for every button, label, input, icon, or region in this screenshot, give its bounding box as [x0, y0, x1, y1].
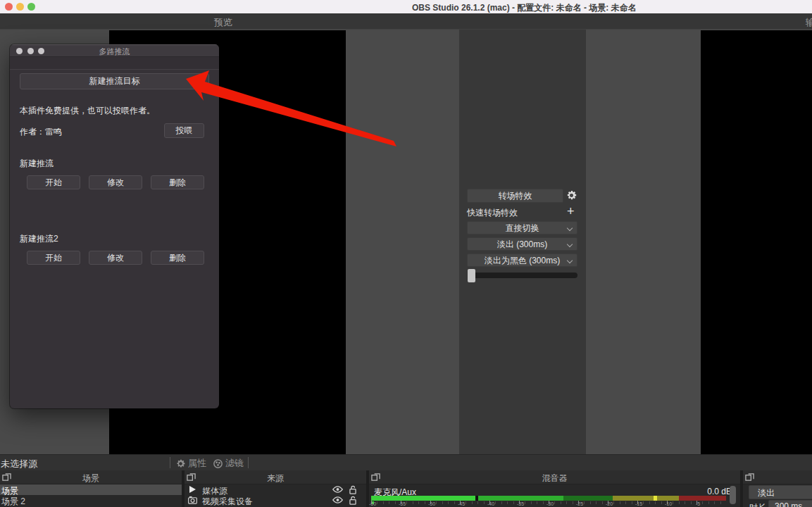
sources-panel-title: 来源: [185, 472, 366, 484]
meter-tick-label: -35: [517, 501, 524, 506]
dialog-title: 多路推流: [10, 46, 219, 57]
properties-label: 属性: [188, 457, 206, 470]
stream-1-edit-button[interactable]: 修改: [89, 175, 142, 189]
transitions-button[interactable]: 转场特效: [467, 189, 563, 203]
quick-transition-fade-label: 淡出 (300ms): [497, 239, 547, 249]
video-capture-icon: [188, 496, 197, 504]
filters-button[interactable]: 滤镜: [213, 457, 244, 470]
meter-tick-label: -50: [428, 501, 435, 506]
stream-2-delete-button[interactable]: 删除: [151, 251, 204, 265]
visibility-eye-icon[interactable]: [332, 496, 343, 504]
source-list-item[interactable]: 视频采集设备: [185, 495, 366, 506]
meter-tick-label: -45: [458, 501, 465, 506]
properties-button[interactable]: 属性: [175, 457, 206, 470]
stream-2-start-button[interactable]: 开始: [27, 251, 80, 265]
quick-transition-fade[interactable]: 淡出 (300ms): [467, 237, 577, 251]
preview-header-strip: 预览 输出: [0, 13, 812, 30]
filters-icon: [213, 458, 223, 469]
meter-tick-label: -40: [487, 501, 494, 506]
scene-transitions-panel: 淡出 时长 300 ms: [743, 470, 812, 507]
program-canvas[interactable]: [701, 30, 812, 454]
scene-list-item[interactable]: 场景 2: [0, 495, 182, 506]
scenes-panel-title: 场景: [0, 472, 182, 484]
quick-transition-cut[interactable]: 直接切换: [467, 221, 577, 234]
transition-select[interactable]: 淡出: [749, 485, 812, 499]
multistream-dialog: 多路推流 新建推流目标 本插件免费提供，也可以投喂作者。 作者：雷鸣 投喂 新建…: [10, 44, 219, 408]
gear-icon: [175, 458, 186, 469]
no-source-selected-label: 未选择源: [1, 458, 37, 470]
transition-select-value: 淡出: [758, 487, 775, 499]
meter-segment-red: [679, 496, 726, 501]
mixer-panel-title: 混音器: [369, 472, 740, 484]
window-title: OBS Studio 26.1.2 (mac) - 配置文件: 未命名 - 场景…: [412, 2, 637, 14]
stream-1-name: 新建推流: [20, 158, 54, 170]
obs-main-window: OBS Studio 26.1.2 (mac) - 配置文件: 未命名 - 场景…: [0, 0, 812, 507]
stream-2-name: 新建推流2: [20, 233, 58, 245]
meter-tick-label: -5: [696, 501, 700, 506]
meter-tick-label: -10: [665, 501, 672, 506]
quick-transition-cut-label: 直接切换: [506, 223, 539, 233]
plugin-note: 本插件免费提供，也可以投喂作者。: [20, 105, 155, 117]
visibility-eye-icon[interactable]: [332, 485, 343, 494]
mixer-panel-header[interactable]: 混音器: [369, 470, 740, 484]
scenes-panel-header[interactable]: 场景: [0, 470, 182, 484]
meter-peak-marker: [654, 496, 657, 501]
meter-tick-label: -15: [635, 501, 642, 506]
new-stream-target-button[interactable]: 新建推流目标: [20, 73, 209, 89]
quick-transition-fade-to-black-label: 淡出为黑色 (300ms): [485, 256, 560, 265]
meter-segment-bright-green: [371, 496, 475, 501]
sources-panel: 来源 媒体源 视频采集设备: [185, 470, 366, 507]
duration-spinbox[interactable]: 300 ms: [768, 500, 812, 507]
dialog-toolbar-strip: [10, 57, 219, 70]
popout-icon[interactable]: [745, 472, 754, 482]
minimize-window-button[interactable]: [16, 3, 24, 11]
duration-label: 时长: [749, 502, 766, 507]
lock-open-icon[interactable]: [349, 496, 357, 505]
meter-tick-label: -30: [546, 501, 554, 506]
scenes-panel: 场景 场景 场景 2: [0, 470, 182, 507]
source-list-item[interactable]: 媒体源: [185, 484, 366, 495]
volume-meter: [371, 496, 726, 501]
program-label: 输出: [806, 16, 812, 29]
scene-name: 场景 2: [1, 496, 25, 507]
quick-transitions-label: 快速转场特效: [467, 207, 518, 219]
meter-segment-green: [478, 496, 563, 501]
chevron-down-icon: [567, 242, 573, 247]
mixer-scrollbar[interactable]: [730, 486, 736, 504]
transition-bar-handle[interactable]: [468, 269, 475, 282]
mixer-panel: 混音器 麦克风/Aux 0.0 dB -60 -55 -50 -45 -40: [369, 470, 740, 507]
meter-segment-yellow: [613, 496, 679, 501]
meter-tick-label: -60: [369, 501, 376, 506]
author-label: 作者：雷鸣: [20, 126, 62, 138]
stream-2-edit-button[interactable]: 修改: [89, 251, 142, 265]
quick-transition-fade-to-black[interactable]: 淡出为黑色 (300ms): [467, 254, 577, 267]
donate-button[interactable]: 投喂: [164, 123, 204, 138]
dialog-titlebar[interactable]: 多路推流: [10, 44, 219, 57]
transition-properties-gear-icon[interactable]: [566, 189, 577, 201]
transition-bar-track[interactable]: [468, 273, 577, 278]
meter-segment-dim-green: [563, 496, 613, 501]
add-quick-transition-icon[interactable]: +: [567, 204, 575, 219]
media-source-icon: [188, 485, 196, 494]
meter-tick-label: -55: [399, 501, 406, 506]
zoom-window-button[interactable]: [27, 3, 35, 11]
stream-1-start-button[interactable]: 开始: [27, 175, 80, 189]
preview-label: 预览: [214, 16, 232, 29]
source-toolbar: 未选择源 属性 滤镜: [0, 454, 812, 470]
stream-1-delete-button[interactable]: 删除: [151, 175, 204, 189]
sources-panel-header[interactable]: 来源: [185, 470, 366, 484]
scene-list-item[interactable]: 场景: [0, 484, 182, 495]
chevron-down-icon: [567, 258, 573, 263]
meter-tick-label: -25: [576, 501, 583, 506]
toolbar-divider: [170, 457, 170, 468]
chevron-down-icon: [567, 225, 573, 231]
toolbar-divider: [248, 457, 249, 468]
scene-transitions-panel-header[interactable]: [743, 470, 812, 484]
close-window-button[interactable]: [5, 3, 13, 11]
filters-label: 滤镜: [225, 457, 244, 470]
meter-tick-label: -20: [606, 501, 613, 506]
lock-open-icon[interactable]: [349, 485, 357, 494]
mixer-db-value: 0.0 dB: [679, 487, 732, 496]
mac-titlebar: OBS Studio 26.1.2 (mac) - 配置文件: 未命名 - 场景…: [0, 0, 812, 13]
